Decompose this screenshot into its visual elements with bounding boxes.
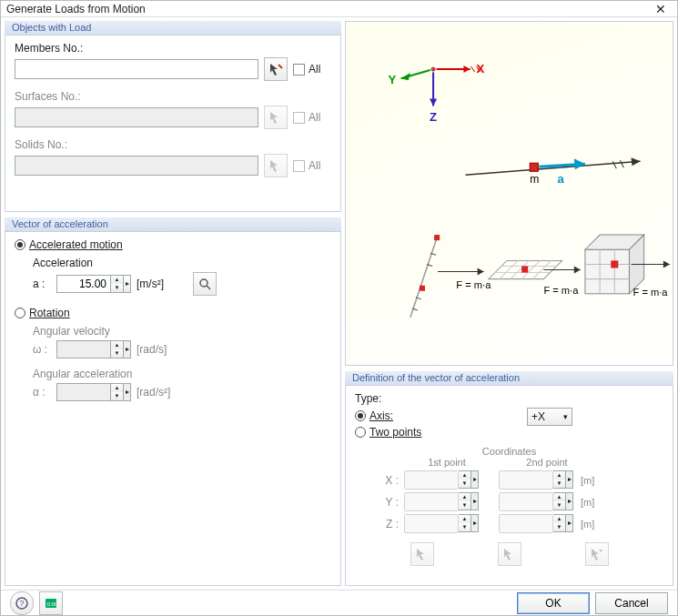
x-unit: [m] xyxy=(581,475,599,486)
spinner-arrows-icon: ▲▼ xyxy=(459,470,471,489)
formula-2: F = m·a xyxy=(543,285,579,296)
alpha-spinner: ▲▼ ▸ xyxy=(56,383,131,401)
svg-rect-44 xyxy=(611,261,618,268)
definition-group: Definition of the vector of acceleration… xyxy=(345,371,673,586)
solids-all-group: All xyxy=(293,159,331,172)
acceleration-row: a : ▲▼ ▸ [m/s²] xyxy=(33,272,331,296)
help-button[interactable]: ? xyxy=(10,591,34,615)
svg-rect-19 xyxy=(420,286,425,291)
svg-line-1 xyxy=(207,286,210,289)
alpha-input xyxy=(56,383,111,401)
svg-line-13 xyxy=(612,161,616,168)
y-label: Y : xyxy=(355,496,399,509)
dialog-window: Generate Loads from Motion ✕ Objects wit… xyxy=(0,0,678,616)
x-label: X : xyxy=(355,474,399,487)
spinner-arrows-icon[interactable]: ▲▼ xyxy=(111,275,124,293)
solids-all-label: All xyxy=(309,159,320,172)
x1-input xyxy=(404,470,459,490)
svg-point-10 xyxy=(430,66,436,72)
cancel-button[interactable]: Cancel xyxy=(595,592,668,614)
omega-row: ω : ▲▼ ▸ [rad/s] xyxy=(33,340,331,358)
svg-text:?: ? xyxy=(20,599,25,608)
objects-group-title: Objects with Load xyxy=(5,21,341,35)
surfaces-all-checkbox xyxy=(293,112,305,124)
acceleration-spinner[interactable]: ▲▼ ▸ xyxy=(56,275,131,293)
first-point-header: 1st point xyxy=(406,457,488,468)
svg-marker-3 xyxy=(463,66,470,73)
surfaces-no-input xyxy=(15,107,258,127)
svg-text:0.00: 0.00 xyxy=(47,601,58,607)
spinner-arrows-icon: ▲▼ xyxy=(553,514,566,532)
units-button[interactable]: 0.00 xyxy=(39,591,63,615)
preview-illustration: X Y Z m xyxy=(345,21,673,366)
solids-no-label: Solids No.: xyxy=(15,138,331,151)
alpha-unit: [rad/s²] xyxy=(137,386,170,399)
svg-rect-15 xyxy=(530,163,538,171)
axis-radio-icon xyxy=(355,410,366,421)
svg-line-28 xyxy=(500,261,518,279)
coord-header: 1st point 2nd point xyxy=(355,457,663,468)
axis-radio[interactable]: Axis: xyxy=(355,409,518,422)
spinner-arrows-icon: ▲▼ xyxy=(111,383,124,401)
ok-button[interactable]: OK xyxy=(517,592,590,614)
svg-line-14 xyxy=(620,160,623,167)
svg-line-4 xyxy=(471,66,475,72)
y2-input xyxy=(499,492,553,511)
formula-3: F = m·a xyxy=(633,287,669,298)
spinner-side-icon[interactable]: ▸ xyxy=(124,275,131,293)
z-unit: [m] xyxy=(581,519,599,530)
members-row: All xyxy=(15,57,331,81)
objects-with-load-group: Objects with Load Members No.: All Surfa… xyxy=(5,21,341,212)
accelerated-motion-radio[interactable]: Accelerated motion xyxy=(15,238,331,251)
members-all-group: All xyxy=(293,63,331,76)
angular-velocity-label: Angular velocity xyxy=(33,325,331,338)
rotation-label: Rotation xyxy=(29,307,70,319)
members-all-label: All xyxy=(309,63,320,76)
acceleration-picker-button[interactable] xyxy=(193,272,217,296)
chevron-down-icon: ▾ xyxy=(563,412,568,421)
omega-spinner: ▲▼ ▸ xyxy=(56,340,131,358)
left-panel: Objects with Load Members No.: All Surfa… xyxy=(5,21,341,586)
two-points-radio[interactable]: Two points xyxy=(355,426,663,439)
svg-marker-7 xyxy=(401,73,410,80)
z2-input xyxy=(499,514,553,533)
members-no-input[interactable] xyxy=(15,59,258,79)
m-label: m xyxy=(530,174,539,187)
alpha-row: α : ▲▼ ▸ [rad/s²] xyxy=(33,383,331,401)
accelerated-motion-label: Accelerated motion xyxy=(29,238,123,251)
rotation-radio-icon xyxy=(15,308,25,318)
button-bar: ? 0.00 OK Cancel xyxy=(1,590,677,615)
vector-group-title: Vector of acceleration xyxy=(5,217,341,232)
svg-marker-17 xyxy=(574,158,585,169)
surfaces-all-label: All xyxy=(309,111,320,124)
right-panel: X Y Z m xyxy=(345,21,673,586)
type-label: Type: xyxy=(355,392,663,405)
svg-marker-9 xyxy=(430,99,437,106)
accelerated-radio-icon xyxy=(15,239,25,250)
second-point-header: 2nd point xyxy=(506,457,588,468)
svg-line-18 xyxy=(410,235,438,318)
a-label: a : xyxy=(33,278,51,290)
z-label: Z : xyxy=(355,518,399,530)
pick-members-button[interactable] xyxy=(264,57,288,81)
acceleration-input[interactable] xyxy=(56,275,111,293)
z1-input xyxy=(404,514,459,533)
svg-rect-34 xyxy=(521,267,528,273)
pick-surfaces-button xyxy=(264,106,288,129)
definition-icon-row xyxy=(355,542,663,566)
rotation-sub: Angular velocity ω : ▲▼ ▸ [rad/s] Angula… xyxy=(33,325,331,401)
coordinates-table: Coordinates 1st point 2nd point X : ▲▼▸ … xyxy=(355,446,663,566)
axis-label: Axis: xyxy=(369,409,393,422)
axis-dropdown[interactable]: +X ▾ xyxy=(527,408,572,426)
rotation-radio[interactable]: Rotation xyxy=(15,307,331,319)
x2-input xyxy=(499,470,553,490)
close-icon[interactable]: ✕ xyxy=(650,2,672,16)
solids-all-checkbox xyxy=(293,160,305,172)
axis-y-label: Y xyxy=(389,73,397,86)
a-label-preview: a xyxy=(558,173,565,187)
pick-point2-button xyxy=(498,542,521,566)
members-all-checkbox[interactable] xyxy=(293,64,305,76)
coord-row-x: X : ▲▼▸ ▲▼▸ [m] xyxy=(355,470,663,490)
svg-marker-46 xyxy=(663,261,670,268)
coord-row-z: Z : ▲▼▸ ▲▼▸ [m] xyxy=(355,514,663,533)
